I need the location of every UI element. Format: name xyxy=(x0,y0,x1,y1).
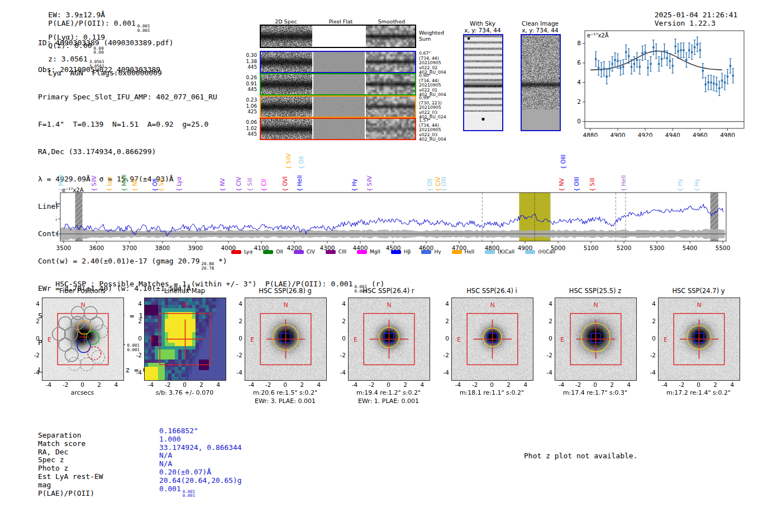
line-label-hγ: { Hγ xyxy=(677,179,684,191)
svg-text:5: 5 xyxy=(56,215,57,222)
panel-ytick: 0 xyxy=(336,335,346,342)
panel-ytick: 4 xyxy=(30,300,40,307)
panel-ytick: 0 xyxy=(132,335,142,342)
spec2d-row-right-labels: WeightedSum xyxy=(419,30,444,42)
svg-text:N: N xyxy=(183,301,187,309)
spec2d-right-value: 402_RU_004 xyxy=(419,137,446,142)
match-value: 1.000 xyxy=(159,435,241,444)
line-label-mgii: { MgII xyxy=(121,175,128,191)
panel-xtick: 2 xyxy=(94,381,105,388)
panel-xtick: -2 xyxy=(573,381,584,388)
panel-xtick: -4 xyxy=(246,381,257,388)
legend-swatch xyxy=(326,250,336,254)
sky-canvas xyxy=(464,35,502,130)
panel-ytick: 4 xyxy=(542,300,552,307)
panel-xtick: 4 xyxy=(520,381,531,388)
panel-ytick: 2 xyxy=(542,318,552,324)
panel-xtick: -4 xyxy=(349,381,360,388)
spec2d-row-3 xyxy=(260,95,416,118)
spec2d-right-value: Weighted xyxy=(419,30,444,36)
svg-text:4980: 4980 xyxy=(720,132,735,137)
panel-ytick: -4 xyxy=(542,369,552,376)
panel-xtick: 0 xyxy=(179,381,190,388)
legend-swatch xyxy=(357,250,367,254)
panel-caption-4: m:18.1 re:1.1" s:0.2" xyxy=(437,389,546,396)
line-label-heii: { HeII xyxy=(621,175,627,191)
panel-box-5: NE xyxy=(555,298,637,381)
line-label-oiii: { OIII xyxy=(441,177,447,191)
panel-ytick: 2 xyxy=(439,318,449,324)
spec2d-left-value: 0.06 xyxy=(246,119,257,126)
match-table-labels: SeparationMatch scoreRA, DecSpec zPhoto … xyxy=(38,432,103,497)
spec2d-left-value: 445 xyxy=(246,87,257,93)
panel-xtick: -4 xyxy=(43,381,54,388)
panel-ytick: 0 xyxy=(30,335,40,342)
full-spectrum-chart: 3500360037003800390040004100420043004400… xyxy=(56,188,743,258)
header-ew: EW: 3.9±12.9Å xyxy=(48,11,105,19)
panel-ytick: 4 xyxy=(132,300,142,307)
line-label-nv: { NV xyxy=(220,178,226,191)
panel-caption2-3: EWr: 1. PLAE: 0.001 xyxy=(334,397,443,405)
spec2d-row-right-labels: 1.57"(734, 44)20210905v022_03402_RU_004 xyxy=(419,118,446,142)
svg-text:E: E xyxy=(664,336,667,343)
legend-swatch xyxy=(391,250,401,254)
spec2d-left-value: 0.91 xyxy=(246,81,257,87)
panel-caption-0: arcsecs xyxy=(28,389,137,396)
spec2d-image xyxy=(261,26,312,47)
elixer-report-page: EW: 3.9±12.9Å P(LAE)/P(OII): 0.0010.0010… xyxy=(0,0,782,532)
col-title-2dspec: 2D Spec xyxy=(260,18,312,25)
info-seeing: F=1.4" T=0.139 N=1.51 A=0.92 g=25.0 xyxy=(38,120,227,129)
panel-xtick: 2 xyxy=(710,381,721,388)
line-label-oiii: { OIII xyxy=(560,155,567,169)
panel-box-0: NE xyxy=(42,298,124,381)
panel-xtick: -2 xyxy=(676,381,687,388)
spec2d-image xyxy=(261,74,312,94)
spec2d-left-value: 445 xyxy=(246,64,257,70)
svg-text:N: N xyxy=(387,301,391,309)
legend-label: Hβ xyxy=(404,249,411,255)
line-fit-chart: 48804900492049404960498002468e⁻¹⁷x2Å xyxy=(570,25,754,137)
spec2d-right-value: Sum xyxy=(419,36,444,42)
panel-xtick: 0 xyxy=(693,381,704,388)
panel-xtick: 4 xyxy=(111,381,122,388)
svg-text:10: 10 xyxy=(56,200,57,207)
panel-ytick: -4 xyxy=(336,369,346,376)
svg-text:N: N xyxy=(490,301,494,309)
svg-text:4960: 4960 xyxy=(693,132,708,137)
line-label-hγ: { Hγ xyxy=(351,179,358,191)
svg-text:N: N xyxy=(697,301,701,309)
panel-ytick: 0 xyxy=(439,335,449,342)
panel-box-4: NE xyxy=(451,298,533,381)
legend-label: (K)CaII xyxy=(498,249,514,255)
pixelflat-image xyxy=(313,119,365,139)
legend-label: HeII xyxy=(465,249,475,255)
panel-title-4: HSC SSP(26.4) i xyxy=(437,287,546,295)
panel-ytick: -4 xyxy=(439,369,449,376)
spec2d-row-2 xyxy=(260,73,416,95)
line-label-ovi: { OVI xyxy=(282,176,289,191)
legend-item-ly: Lyα xyxy=(231,249,252,255)
svg-text:4: 4 xyxy=(577,79,581,85)
legend-item-oii: OII xyxy=(263,249,283,255)
panel-xtick: 4 xyxy=(727,381,738,388)
legend-swatch xyxy=(525,250,535,254)
line-label-civ: { CIV xyxy=(236,177,242,191)
panel-xtick: -2 xyxy=(60,381,71,388)
line-label-nv: { NV xyxy=(559,178,565,191)
panel-ytick: -2 xyxy=(132,352,142,358)
panel-xtick: 0 xyxy=(590,381,601,388)
spec2d-row-left-labels: 0.260.91445 xyxy=(246,75,257,93)
panel-xtick: 0 xyxy=(280,381,291,388)
panel-box-1: NE xyxy=(144,298,226,381)
panel-xtick: -2 xyxy=(366,381,377,388)
spectrum-legend: LyαOIICIVCIIIMgIIHβHγHeII(K)CaII(H)CaII xyxy=(60,249,726,255)
panel-xtick: 2 xyxy=(400,381,411,388)
smoothed-image xyxy=(366,26,415,47)
match-label: Separation xyxy=(38,432,103,440)
panel-ytick: 4 xyxy=(439,300,449,307)
smoothed-image xyxy=(366,97,415,117)
panel-xtick: -2 xyxy=(263,381,274,388)
spec2d-row-left-labels: 0.061.02445 xyxy=(246,119,257,137)
photz-note: Phot z plot not available. xyxy=(524,452,638,460)
svg-text:E: E xyxy=(47,336,51,343)
